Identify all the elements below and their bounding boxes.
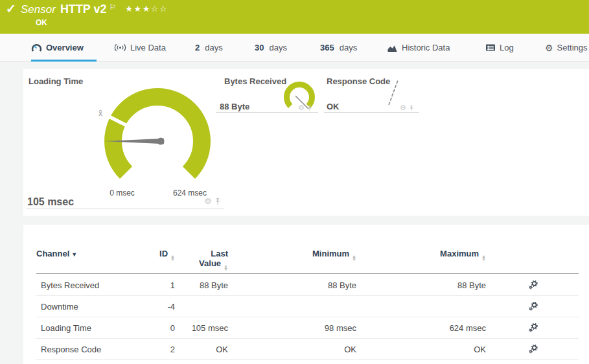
gear-icon: ⚙: [545, 43, 553, 52]
pin-icon[interactable]: [409, 105, 414, 111]
column-header-last-value[interactable]: Last Value▲▼: [175, 225, 228, 273]
channel-minimum: 98 msec: [228, 323, 356, 333]
response-code-divider: [324, 112, 419, 113]
tab-overview[interactable]: Overview: [31, 34, 84, 62]
channel-settings-button[interactable]: [486, 345, 538, 354]
tab-2-days[interactable]: 2 days: [195, 34, 223, 62]
bytes-received-panel-icons: ⚙: [298, 104, 312, 111]
tab-bar: Overview Live Data 2 days 30 days 365 da…: [0, 34, 589, 62]
gauge-needle: [389, 80, 398, 105]
channel-settings-button[interactable]: [486, 280, 538, 290]
column-header-maximum[interactable]: Maximum▲▼: [356, 225, 486, 273]
channel-settings-gears-icon: [529, 280, 538, 290]
channel-settings-button[interactable]: [486, 323, 538, 332]
sensor-header: ✓ SensorHTTP v2⚐★★★☆☆ OK: [0, 0, 589, 34]
table-header: Channel▼ ID▲▼ Last Value▲▼ Minimum▲▼ Max…: [36, 225, 579, 274]
sort-arrows-icon: ▲▼: [224, 264, 228, 271]
table-row: Bytes Received 1 88 Byte 88 Byte 88 Byte: [36, 275, 579, 296]
tab-live-data[interactable]: Live Data: [114, 34, 166, 62]
flag-icon[interactable]: ⚐: [110, 3, 117, 12]
gauges-panel: Loading Time x̄ 0 msec 624 msec 105 msec…: [23, 69, 589, 216]
stars-empty[interactable]: ☆☆: [151, 4, 168, 14]
priority-stars[interactable]: ★★★☆☆: [125, 4, 168, 14]
response-code-panel-icons: ⚙: [400, 104, 414, 111]
sensor-type-label: Sensor: [21, 3, 56, 16]
live-data-icon: [114, 43, 126, 52]
sort-arrows-icon: ▲▼: [481, 255, 486, 261]
channel-gear-icon[interactable]: ⚙: [204, 197, 212, 205]
pin-icon[interactable]: [307, 105, 312, 111]
table-row: Downtime -4: [36, 296, 579, 317]
tab-settings[interactable]: ⚙ Settings: [545, 34, 588, 62]
loading-time-gauge[interactable]: x̄: [82, 79, 237, 188]
channel-settings-gears-icon: [529, 345, 538, 354]
sensor-name: HTTP v2: [60, 3, 107, 16]
status-ok-check-icon: ✓: [6, 1, 16, 16]
channel-maximum: 624 msec: [356, 323, 486, 333]
column-header-channel[interactable]: Channel▼: [36, 225, 127, 273]
historic-data-icon: [387, 43, 398, 52]
log-icon: [485, 43, 496, 52]
loading-time-value: 105 msec: [27, 196, 74, 208]
channel-id: 2: [127, 345, 175, 354]
bytes-received-divider: [216, 112, 318, 113]
gauge-icon: [31, 43, 42, 53]
active-tab-indicator: [31, 60, 97, 62]
channel-last-value: OK: [175, 345, 228, 354]
table-row: Loading Time 0 105 msec 98 msec 624 msec: [36, 317, 579, 339]
channel-name: Downtime: [36, 302, 127, 312]
tab-30-days[interactable]: 30 days: [255, 34, 287, 62]
prtg-sensor-page: ✓ SensorHTTP v2⚐★★★☆☆ OK Overview Live D…: [0, 0, 589, 364]
channel-last-value: 105 msec: [175, 323, 228, 333]
channel-name: Loading Time: [36, 323, 127, 333]
tab-log[interactable]: Log: [485, 34, 514, 62]
channel-maximum: OK: [356, 345, 486, 354]
channel-settings-gears-icon: [529, 302, 538, 311]
channel-minimum: OK: [228, 345, 356, 354]
channel-settings-button[interactable]: [486, 302, 538, 311]
channel-id: 0: [127, 323, 175, 333]
channel-maximum: 88 Byte: [356, 280, 486, 290]
channel-id: 1: [127, 280, 175, 290]
tab-365-days[interactable]: 365 days: [320, 34, 357, 62]
column-header-id[interactable]: ID▲▼: [127, 225, 175, 273]
loading-time-title: Loading Time: [29, 76, 83, 86]
channels-panel: Channel▼ ID▲▼ Last Value▲▼ Minimum▲▼ Max…: [23, 225, 589, 364]
channel-id: -4: [127, 302, 175, 312]
channel-last-value: 88 Byte: [175, 280, 228, 290]
channel-gear-icon[interactable]: ⚙: [400, 104, 406, 111]
sort-arrows-icon: ▲▼: [352, 255, 356, 261]
loading-time-divider: [26, 209, 224, 209]
bytes-received-value: 88 Byte: [220, 102, 249, 111]
channel-settings-gears-icon: [529, 323, 538, 332]
sensor-status-text: OK: [36, 18, 47, 27]
channel-minimum: 88 Byte: [228, 280, 356, 290]
gauge-min-label: 0 msec: [98, 188, 146, 198]
channel-name: Response Code: [36, 345, 127, 354]
column-header-minimum[interactable]: Minimum▲▼: [228, 225, 356, 273]
sort-arrows-icon: ▲▼: [170, 255, 175, 261]
average-marker-label: x̄: [98, 109, 102, 118]
stars-filled[interactable]: ★★★: [125, 4, 150, 14]
channel-gear-icon[interactable]: ⚙: [298, 104, 305, 111]
channel-name: Bytes Received: [36, 280, 127, 290]
pin-icon[interactable]: [214, 198, 221, 205]
tab-historic-data[interactable]: Historic Data: [387, 34, 450, 62]
table-row: Response Code 2 OK OK OK: [36, 339, 579, 360]
response-code-value: OK: [327, 102, 340, 111]
loading-time-panel-icons: ⚙: [204, 197, 221, 205]
sort-caret-icon: ▼: [71, 251, 77, 258]
